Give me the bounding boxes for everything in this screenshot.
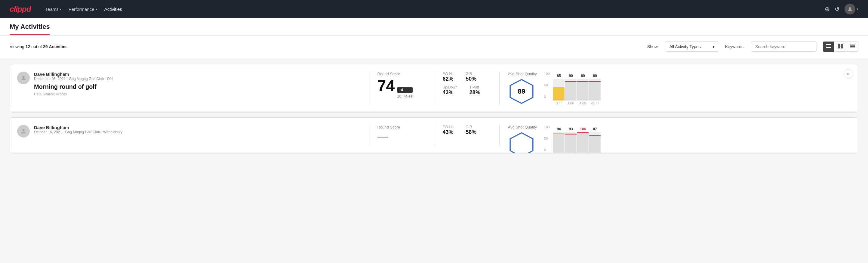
user-name: Dave Billingham bbox=[34, 71, 113, 77]
keywords-label: Keywords: bbox=[725, 44, 745, 49]
quality-hexagon: 89 bbox=[508, 78, 535, 105]
page-title-bar: My Activities bbox=[0, 18, 868, 35]
main-header: clippd Teams ▾ Performance ▾ Activities … bbox=[0, 0, 868, 18]
chevron-down-icon: ▾ bbox=[713, 44, 715, 49]
avatar bbox=[17, 71, 30, 84]
bar-group-ott: 94 OTT bbox=[553, 127, 564, 154]
svg-rect-11 bbox=[850, 48, 855, 48]
svg-rect-3 bbox=[826, 47, 831, 48]
avatar bbox=[17, 125, 30, 138]
score-badge: +4 bbox=[397, 87, 412, 93]
add-icon[interactable]: ⊕ bbox=[825, 5, 830, 12]
viewing-count-text: Viewing 12 out of 29 Activities bbox=[10, 44, 68, 49]
bar-group-putt: 89 PUTT bbox=[589, 74, 600, 105]
table-row: Dave Billingham December 05, 2021 - Gog … bbox=[10, 64, 858, 113]
stat-fw-hit: FW Hit 62% bbox=[443, 71, 454, 82]
round-score-label: Round Score bbox=[377, 71, 426, 76]
user-name: Dave Billingham bbox=[34, 125, 122, 130]
svg-text:89: 89 bbox=[518, 87, 525, 95]
search-input[interactable] bbox=[751, 41, 817, 52]
divider bbox=[434, 71, 434, 105]
quality-hexagon bbox=[508, 131, 535, 153]
shot-quality-chart: 100 50 0 94 OTT 93 bbox=[544, 125, 851, 154]
svg-marker-16 bbox=[510, 133, 533, 153]
svg-point-12 bbox=[22, 76, 24, 78]
avg-shot-quality-label: Avg Shot Quality bbox=[508, 71, 537, 76]
svg-rect-7 bbox=[841, 46, 843, 49]
edit-button[interactable]: ✏ bbox=[844, 69, 853, 79]
avg-shot-quality-label: Avg Shot Quality bbox=[508, 125, 537, 129]
round-score-label: Round Score bbox=[377, 125, 426, 129]
divider bbox=[369, 71, 369, 105]
round-score-section: Round Score 74 +4 18 Holes bbox=[377, 71, 426, 98]
holes-text: 18 Holes bbox=[397, 94, 412, 98]
activity-title: Morning round of golf bbox=[34, 83, 113, 90]
show-label: Show: bbox=[647, 44, 659, 49]
divider bbox=[499, 125, 500, 146]
stats-section: FW Hit 43% GIR 56% bbox=[443, 125, 491, 136]
svg-rect-5 bbox=[841, 43, 843, 46]
score-value: 74 bbox=[377, 78, 395, 94]
svg-rect-1 bbox=[826, 44, 831, 45]
divider bbox=[369, 125, 369, 146]
bar-group-app: 90 APP bbox=[565, 74, 577, 105]
stat-gir: GIR 56% bbox=[466, 125, 476, 136]
svg-rect-4 bbox=[838, 43, 840, 46]
y-axis: 100 50 0 bbox=[544, 72, 550, 98]
activity-type-dropdown[interactable]: All Activity Types ▾ bbox=[665, 41, 719, 52]
compact-view-button[interactable] bbox=[847, 41, 858, 52]
avg-shot-quality-section: Avg Shot Quality 89 100 50 0 bbox=[508, 71, 851, 105]
bar-group-app: 93 APP bbox=[565, 127, 577, 154]
nav-teams[interactable]: Teams ▾ bbox=[45, 5, 61, 13]
svg-point-15 bbox=[22, 129, 24, 131]
refresh-icon[interactable]: ↺ bbox=[835, 5, 840, 12]
round-score-section: Round Score — bbox=[377, 125, 426, 142]
score-value: — bbox=[377, 131, 388, 142]
divider bbox=[499, 71, 500, 105]
chevron-down-icon: ▾ bbox=[96, 7, 97, 11]
chevron-down-icon: ▾ bbox=[857, 7, 858, 11]
filters-bar: Viewing 12 out of 29 Activities Show: Al… bbox=[0, 35, 868, 58]
main-nav: Teams ▾ Performance ▾ Activities bbox=[45, 5, 122, 13]
card-user-info: Dave Billingham December 05, 2021 - Gog … bbox=[17, 71, 360, 96]
svg-rect-2 bbox=[826, 46, 831, 46]
y-axis: 100 50 0 bbox=[544, 125, 550, 152]
nav-performance[interactable]: Performance ▾ bbox=[69, 5, 97, 13]
bar-group-arg: 89 ARG bbox=[577, 74, 589, 105]
card-user-info: Dave Billingham October 16, 2021 - Gog M… bbox=[17, 125, 360, 138]
activities-list: Dave Billingham December 05, 2021 - Gog … bbox=[0, 58, 868, 164]
svg-rect-10 bbox=[850, 46, 855, 47]
svg-rect-9 bbox=[850, 45, 855, 46]
grid-view-button[interactable] bbox=[835, 41, 846, 52]
data-source: Data Source: Arccos bbox=[34, 92, 113, 96]
svg-rect-6 bbox=[838, 46, 840, 49]
stat-fw-hit: FW Hit 43% bbox=[443, 125, 454, 136]
nav-activities[interactable]: Activities bbox=[104, 5, 122, 13]
table-row: Dave Billingham October 16, 2021 - Gog M… bbox=[10, 117, 858, 153]
view-toggles bbox=[823, 41, 858, 52]
header-actions: ⊕ ↺ ▾ bbox=[825, 4, 858, 14]
activity-date: December 05, 2021 - Gog Magog Golf Club … bbox=[34, 77, 113, 81]
bar-group-ott: 85 OTT bbox=[553, 74, 564, 105]
activity-date: October 16, 2021 - Gog Magog Golf Club -… bbox=[34, 130, 122, 134]
divider bbox=[434, 125, 434, 146]
avatar[interactable] bbox=[844, 4, 856, 14]
bar-group-arg: 106 ARG bbox=[577, 127, 589, 154]
list-view-button[interactable] bbox=[823, 41, 834, 52]
stat-updown: Up/Down 43% bbox=[443, 85, 458, 96]
bar-group-putt: 87 PUTT bbox=[589, 127, 600, 154]
page-title: My Activities bbox=[10, 23, 50, 35]
logo[interactable]: clippd bbox=[10, 4, 31, 14]
chevron-down-icon: ▾ bbox=[60, 7, 61, 11]
svg-rect-8 bbox=[850, 44, 855, 45]
user-menu[interactable]: ▾ bbox=[844, 4, 858, 14]
avg-shot-quality-section: Avg Shot Quality 100 50 0 94 bbox=[508, 125, 851, 153]
stat-gir: GIR 50% bbox=[466, 71, 476, 82]
stats-section: FW Hit 62% GIR 50% Up/Down 43% 1 Putt 28… bbox=[443, 71, 491, 96]
stat-1putt: 1 Putt 28% bbox=[469, 85, 480, 96]
shot-quality-chart: 100 50 0 85 OTT 90 bbox=[544, 72, 851, 105]
svg-point-0 bbox=[849, 7, 851, 9]
